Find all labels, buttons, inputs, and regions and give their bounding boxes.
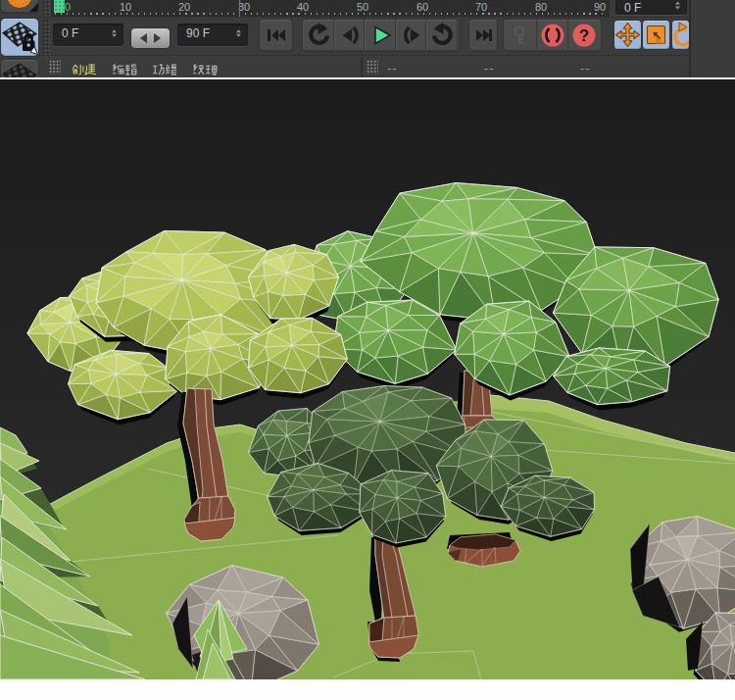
svg-text:?: ? bbox=[579, 26, 589, 45]
